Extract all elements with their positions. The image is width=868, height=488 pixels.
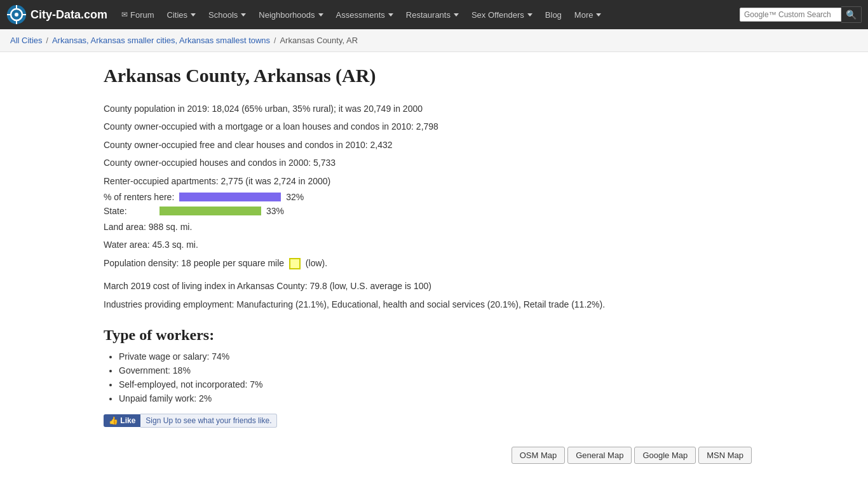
renters-pct: 32% (286, 192, 304, 202)
more-chevron-icon (596, 13, 601, 17)
breadcrumb-all-cities[interactable]: All Cities (10, 36, 43, 45)
nav-assessments-label: Assessments (336, 10, 385, 20)
workers-list-item: Government: 18% (119, 365, 764, 376)
search-area: 🔍 (740, 6, 862, 23)
density-stat: Population density: 18 people per square… (104, 256, 764, 270)
msn-map-button[interactable]: MSN Map (698, 447, 752, 464)
water-area-stat: Water area: 45.3 sq. mi. (104, 238, 764, 252)
cost-living-stat: March 2019 cost of living index in Arkan… (104, 279, 764, 293)
logo-icon (6, 4, 27, 25)
renters-bar (179, 193, 281, 201)
nav-assessments[interactable]: Assessments (331, 6, 398, 24)
density-pre: Population density: 18 people per square… (104, 258, 284, 268)
state-bar-row: State: 33% (104, 206, 764, 216)
state-bar-fill (159, 207, 261, 215)
nav-neighborhoods-label: Neighborhoods (259, 10, 315, 20)
nav-sex-offenders-label: Sex Offenders (471, 10, 524, 20)
nav-more[interactable]: More (569, 6, 607, 24)
forum-icon: ✉ (121, 10, 128, 19)
nav-schools[interactable]: Schools (203, 6, 251, 24)
main-content: Arkansas County, Arkansas (AR) County po… (85, 52, 783, 477)
state-bar-label: State: (104, 206, 154, 216)
workers-section-title: Type of workers: (104, 327, 764, 344)
nav-restaurants[interactable]: Restaurants (401, 6, 464, 24)
assessments-chevron-icon (388, 13, 393, 17)
workers-list-item: Self-employed, not incorporated: 7% (119, 379, 764, 390)
density-post: (low). (306, 258, 327, 268)
logo[interactable]: City-Data.com (6, 4, 107, 25)
restaurants-chevron-icon (454, 13, 459, 17)
nav-restaurants-label: Restaurants (406, 10, 451, 20)
state-pct: 33% (266, 206, 284, 216)
general-map-button[interactable]: General Map (567, 447, 632, 464)
svg-point-2 (15, 13, 18, 17)
fb-like-bar: 👍 Like Sign Up to see what your friends … (104, 414, 764, 428)
osm-map-button[interactable]: OSM Map (512, 447, 566, 464)
breadcrumb-sep-2: / (274, 36, 276, 45)
workers-list: Private wage or salary: 74%Government: 1… (119, 351, 764, 403)
industries-stat: Industries providing employment: Manufac… (104, 297, 764, 311)
nav-blog-label: Blog (545, 10, 562, 20)
workers-list-item: Private wage or salary: 74% (119, 351, 764, 362)
nav-forum-label: Forum (130, 10, 154, 20)
free-clear-stat: County owner-occupied free and clear hou… (104, 138, 764, 152)
renters-bar-label: % of renters here: (104, 192, 174, 202)
nav-sex-offenders[interactable]: Sex Offenders (466, 6, 538, 24)
schools-chevron-icon (241, 13, 246, 17)
sex-offenders-chevron-icon (527, 13, 532, 17)
renter-stat: Renter-occupied apartments: 2,775 (it wa… (104, 174, 764, 188)
state-bar (159, 207, 261, 215)
fb-like-text: Sign Up to see what your friends like. (140, 414, 277, 428)
land-area-stat: Land area: 988 sq. mi. (104, 220, 764, 234)
google-map-button[interactable]: Google Map (634, 447, 696, 464)
search-input[interactable] (740, 8, 841, 22)
breadcrumb-current: Arkansas County, AR (280, 36, 358, 45)
neighborhoods-chevron-icon (318, 13, 323, 17)
stats-block: County population in 2019: 18,024 (65% u… (104, 102, 764, 311)
nav-blog[interactable]: Blog (540, 6, 567, 24)
nav-forum[interactable]: ✉ Forum (116, 6, 159, 24)
pop-stat: County population in 2019: 18,024 (65% u… (104, 102, 764, 116)
breadcrumb-sep-1: / (46, 36, 48, 45)
owned-2000-stat: County owner-occupied houses and condos … (104, 156, 764, 170)
renters-bar-row: % of renters here: 32% (104, 192, 764, 202)
nav-schools-label: Schools (208, 10, 238, 20)
page-title: Arkansas County, Arkansas (AR) (104, 65, 764, 86)
navbar: City-Data.com ✉ Forum Cities Schools Nei… (0, 0, 868, 29)
workers-list-item: Unpaid family work: 2% (119, 393, 764, 403)
fb-like-button[interactable]: 👍 Like (104, 414, 140, 427)
density-box-icon (289, 258, 301, 269)
breadcrumb-arkansas-links[interactable]: Arkansas, Arkansas smaller cities, Arkan… (52, 36, 270, 45)
search-button[interactable]: 🔍 (841, 6, 862, 23)
breadcrumb: All Cities / Arkansas, Arkansas smaller … (0, 29, 868, 52)
nav-neighborhoods[interactable]: Neighborhoods (254, 6, 328, 24)
map-buttons-row: OSM Map General Map Google Map MSN Map (104, 447, 764, 464)
nav-cities-label: Cities (167, 10, 188, 20)
nav-cities[interactable]: Cities (162, 6, 201, 24)
nav-more-label: More (574, 10, 593, 20)
cities-chevron-icon (191, 13, 196, 17)
logo-text: City-Data.com (31, 8, 107, 22)
renters-bar-fill (179, 193, 281, 201)
mortgage-stat: County owner-occupied with a mortgage or… (104, 119, 764, 133)
